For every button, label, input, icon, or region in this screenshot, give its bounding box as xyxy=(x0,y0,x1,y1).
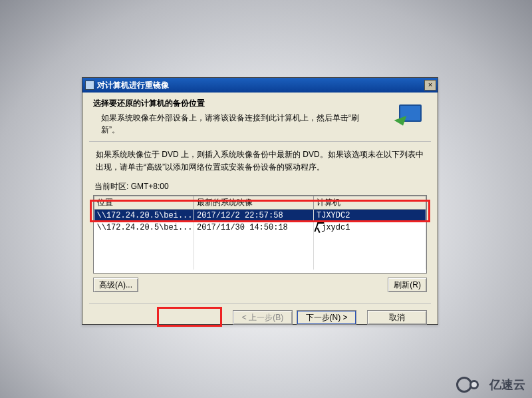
annotation-highlight-next xyxy=(157,307,222,327)
cell-location: \\172.24.20.5\bei... xyxy=(94,210,194,222)
timezone-label: 当前时区: GMT+8:00 xyxy=(93,180,427,195)
window-body: 选择要还原的计算机的备份位置 如果系统映像在外部设备上，请将该设备连接到此计算机… xyxy=(82,93,438,324)
watermark: 亿速云 xyxy=(456,377,525,393)
cell-location: \\172.24.20.5\bei... xyxy=(94,222,194,234)
info-text: 如果系统映像位于 DVD 上，则插入系统映像备份中最新的 DVD。如果该选项未在… xyxy=(93,148,427,180)
cell-latest: 2017/11/30 14:50:18 xyxy=(194,222,314,234)
table-row-empty xyxy=(94,258,426,270)
page-heading: 选择要还原的计算机的备份位置 xyxy=(93,98,395,109)
watermark-text: 亿速云 xyxy=(489,377,525,393)
window-title: 对计算机进行重镜像 xyxy=(97,80,424,91)
next-button[interactable]: 下一步(N) > xyxy=(297,310,356,325)
table-row-empty xyxy=(94,234,426,246)
col-location[interactable]: 位置 xyxy=(94,196,194,210)
table-row[interactable]: \\172.24.20.5\bei... 2017/12/2 22:57:58 … xyxy=(94,210,426,222)
restore-icon xyxy=(395,100,427,130)
desktop-background: 对计算机进行重镜像 × 选择要还原的计算机的备份位置 如果系统映像在外部设备上，… xyxy=(0,0,532,398)
cell-latest: 2017/12/2 22:57:58 xyxy=(194,210,314,222)
cell-computer: TJXYDC2 xyxy=(314,210,426,222)
advanced-button[interactable]: 高级(A)... xyxy=(93,278,138,292)
table-row-empty xyxy=(94,246,426,258)
back-button[interactable]: < 上一步(B) xyxy=(233,310,293,325)
app-icon xyxy=(85,81,94,90)
table-header-row: 位置 最新的系统映像 计算机 xyxy=(94,196,426,210)
cancel-button[interactable]: 取消 xyxy=(367,310,427,325)
reimage-wizard-window: 对计算机进行重镜像 × 选择要还原的计算机的备份位置 如果系统映像在外部设备上，… xyxy=(82,77,438,325)
col-latest-image[interactable]: 最新的系统映像 xyxy=(194,196,314,210)
watermark-logo-icon xyxy=(456,377,485,393)
backup-list[interactable]: 位置 最新的系统映像 计算机 \\172.24.20.5\bei... 2017… xyxy=(93,195,427,274)
col-computer[interactable]: 计算机 xyxy=(314,196,426,210)
divider xyxy=(89,303,431,303)
refresh-button[interactable]: 刷新(R) xyxy=(388,278,427,292)
table-row[interactable]: \\172.24.20.5\bei... 2017/11/30 14:50:18… xyxy=(94,222,426,234)
close-button[interactable]: × xyxy=(424,80,436,91)
titlebar[interactable]: 对计算机进行重镜像 × xyxy=(82,78,438,93)
divider xyxy=(89,141,431,142)
page-subtext: 如果系统映像在外部设备上，请将该设备连接到此计算机上，然后单击“刷新”。 xyxy=(93,109,359,136)
cell-computer: tjxydc1 xyxy=(314,222,426,234)
